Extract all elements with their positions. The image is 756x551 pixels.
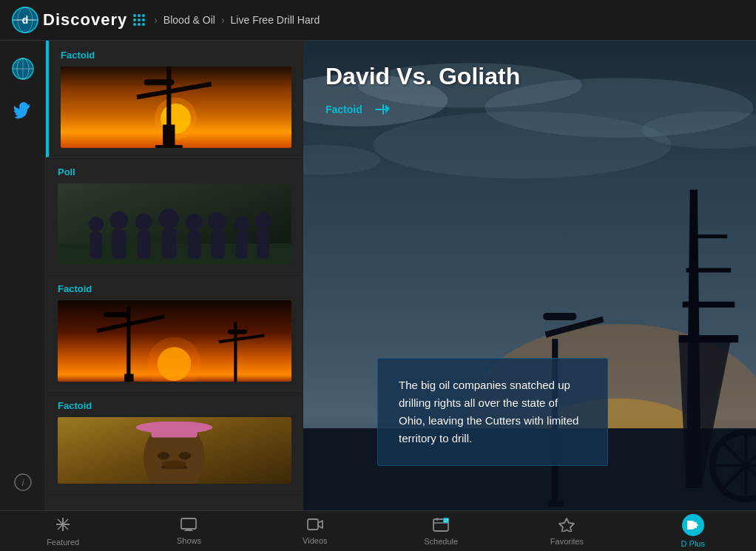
svg-rect-25: [138, 230, 151, 258]
content-sidebar: Factoid: [46, 41, 303, 510]
nav-label-dplus: D Plus: [681, 539, 705, 548]
svg-rect-46: [228, 329, 247, 334]
dplus-icon: [682, 514, 704, 536]
svg-rect-41: [104, 312, 130, 317]
nav-label-shows: Shows: [177, 536, 201, 545]
featured-icon: [55, 516, 71, 535]
svg-point-26: [159, 209, 179, 229]
svg-marker-82: [385, 104, 390, 113]
videos-icon: [307, 518, 323, 533]
share-icon[interactable]: [371, 99, 392, 120]
svg-point-20: [88, 217, 104, 232]
svg-point-24: [135, 213, 152, 230]
svg-rect-78: [543, 313, 576, 320]
breadcrumb-sep-2: ›: [221, 14, 225, 26]
svg-point-51: [158, 452, 170, 459]
svg-text:d: d: [22, 14, 29, 26]
svg-point-54: [162, 460, 186, 467]
svg-rect-83: [375, 103, 388, 104]
info-box: The big oil companies snatched up drilli…: [377, 358, 608, 466]
nav-item-videos[interactable]: Videos: [252, 511, 378, 551]
nav-item-shows[interactable]: Shows: [126, 511, 252, 551]
favorites-icon: [558, 517, 575, 534]
hero-type-label: Factoid: [325, 104, 362, 115]
svg-rect-23: [112, 229, 126, 258]
hero-content: David Vs. Goliath Factoid: [325, 63, 734, 120]
top-header: d Discovery › Blood & Oil › L: [0, 0, 756, 41]
breadcrumb-blood-oil[interactable]: Blood & Oil: [163, 14, 215, 26]
list-item[interactable]: Factoid: [46, 274, 303, 391]
hero-title: David Vs. Goliath: [325, 63, 734, 90]
svg-rect-29: [188, 231, 201, 258]
nav-label-videos: Videos: [303, 536, 327, 545]
logo-text: Discovery: [43, 10, 127, 30]
globe-sidebar-icon[interactable]: [10, 55, 36, 82]
breadcrumb-current: Live Free Drill Hard: [231, 14, 320, 26]
card-type-label: Poll: [58, 166, 291, 178]
svg-rect-67: [679, 335, 739, 342]
hero-meta: Factoid: [325, 99, 734, 120]
svg-rect-17: [155, 145, 183, 148]
svg-rect-42: [124, 374, 133, 382]
nav-item-dplus[interactable]: D Plus: [630, 511, 756, 551]
nav-label-favorites: Favorites: [550, 537, 584, 546]
svg-rect-69: [686, 268, 731, 272]
svg-rect-88: [181, 518, 196, 529]
list-item[interactable]: Factoid: [46, 391, 303, 493]
svg-rect-13: [166, 67, 171, 126]
svg-rect-33: [235, 231, 248, 258]
discovery-globe-logo: d: [12, 7, 38, 33]
twitter-sidebar-icon[interactable]: [10, 97, 36, 124]
svg-point-63: [373, 112, 671, 179]
schedule-icon: 17: [433, 517, 449, 534]
svg-rect-79: [548, 501, 563, 507]
svg-rect-27: [162, 229, 177, 258]
main-area: Factoid: [46, 41, 756, 510]
shows-icon: [180, 518, 197, 533]
svg-rect-68: [683, 302, 735, 308]
svg-rect-16: [163, 125, 175, 148]
svg-rect-31: [211, 230, 225, 258]
svg-rect-70: [690, 234, 727, 238]
card-type-label: Factoid: [58, 400, 291, 411]
hero-area: David Vs. Goliath Factoid The big oil co…: [303, 41, 756, 510]
logo-plus-dots: [133, 14, 145, 26]
bottom-nav: Featured Shows Videos: [0, 510, 756, 551]
info-box-text: The big oil companies snatched up drilli…: [399, 376, 587, 447]
list-item[interactable]: Poll: [46, 158, 303, 274]
svg-rect-50: [151, 422, 197, 438]
svg-point-28: [186, 214, 203, 231]
svg-rect-15: [144, 79, 175, 85]
breadcrumb-sep-arrow: ›: [154, 14, 158, 26]
breadcrumb: › Blood & Oil › Live Free Drill Hard: [154, 14, 320, 26]
svg-point-22: [109, 211, 128, 229]
info-sidebar-icon[interactable]: i: [10, 469, 36, 496]
card-type-label: Factoid: [58, 283, 291, 294]
svg-rect-89: [186, 529, 192, 530]
svg-rect-35: [257, 229, 269, 258]
svg-point-0: [13, 7, 38, 33]
card-type-label: Factoid: [61, 50, 291, 61]
svg-rect-21: [90, 231, 103, 258]
svg-point-34: [254, 212, 271, 229]
nav-item-featured[interactable]: Featured: [0, 511, 126, 551]
svg-rect-91: [308, 519, 318, 530]
nav-item-favorites[interactable]: Favorites: [504, 511, 630, 551]
svg-point-32: [234, 217, 249, 232]
nav-item-schedule[interactable]: 17 Schedule: [378, 511, 504, 551]
nav-label-schedule: Schedule: [424, 537, 458, 546]
logo-area: d Discovery: [12, 7, 145, 33]
svg-point-12: [155, 98, 197, 140]
svg-marker-99: [559, 518, 574, 532]
svg-point-52: [179, 452, 192, 459]
svg-rect-81: [382, 104, 384, 115]
left-sidebar: i: [0, 41, 46, 510]
svg-rect-90: [184, 530, 193, 531]
svg-text:17: 17: [444, 518, 448, 523]
svg-text:i: i: [21, 477, 24, 488]
svg-point-30: [208, 212, 226, 230]
list-item[interactable]: Factoid: [46, 41, 303, 158]
nav-label-featured: Featured: [47, 538, 79, 547]
